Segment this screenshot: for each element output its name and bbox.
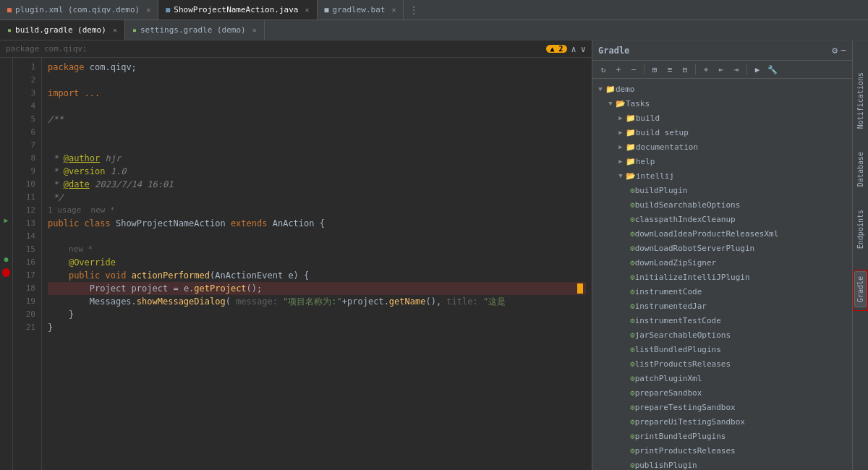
intellij-arrow[interactable]: ▼ (616, 172, 626, 179)
navigate-btn[interactable]: ⇥ (730, 63, 743, 76)
line-numbers: 1 2 3 4 5 6 7 8 9 10 11 12 13 14 15 16 1 (13, 58, 42, 470)
gutter-9 (0, 162, 12, 175)
task-icon-listProducts: ⚙ (630, 359, 635, 369)
tree-listProducts[interactable]: ⚙ listProductsReleases (592, 356, 852, 371)
tree-downLoadRobot[interactable]: ⚙ downLoadRobotServerPlugin (592, 241, 852, 255)
root-arrow[interactable]: ▼ (595, 85, 605, 93)
tree-instrumentedJar[interactable]: ⚙ instrumentedJar (592, 299, 852, 313)
search-gradle-btn[interactable]: ⌖ (699, 63, 712, 76)
sidebar-endpoints[interactable]: Endpoints (855, 207, 866, 252)
task-label-prepareSandbox: prepareSandbox (635, 388, 702, 398)
tree-instrumentCode[interactable]: ⚙ instrumentCode (592, 284, 852, 299)
task-label-publishPlugin: publishPlugin (635, 461, 697, 470)
line-num-4: 4 (16, 100, 35, 113)
tree-build-setup-group[interactable]: ▶ 📁 build setup (592, 125, 852, 140)
tab-close-build[interactable]: ✕ (113, 26, 117, 34)
tab-gradlew[interactable]: ■ gradlew.bat ✕ (318, 0, 404, 20)
tasks-arrow[interactable]: ▼ (605, 100, 616, 107)
sidebar-database[interactable]: Database (855, 149, 866, 189)
code-line-10: * @date 2023/7/14 16:01 (48, 178, 586, 191)
refresh-btn[interactable]: ↻ (597, 63, 610, 76)
tree-classpathIndexCleanup[interactable]: ⚙ classpathIndexCleanup (592, 212, 852, 226)
gradle-minimize-icon[interactable]: − (841, 45, 846, 56)
task-label-buildSearchable: buildSearchableOptions (635, 200, 741, 210)
tree-tasks-label: Tasks (626, 99, 650, 108)
package-label: package com.qiqv; (6, 44, 88, 54)
task-label-downLoadIdea: downLoadIdeaProductReleasesXml (635, 229, 779, 239)
chevron-up[interactable]: ∧ (571, 44, 576, 54)
code-line-5: /** (48, 113, 586, 126)
tree-publishPlugin[interactable]: ⚙ publishPlugin (592, 458, 852, 470)
debug-task-btn[interactable]: 🔧 (766, 63, 779, 76)
more-tabs-button[interactable]: ⋮ (404, 5, 424, 15)
add-btn[interactable]: + (612, 63, 625, 76)
tree-jarSearchable[interactable]: ⚙ jarSearchableOptions (592, 328, 852, 342)
collapse-all-btn[interactable]: ≡ (663, 63, 676, 76)
tree-root-demo[interactable]: ▼ 📁 demo (592, 82, 852, 96)
filter-btn[interactable]: ⇤ (715, 63, 728, 76)
editor-content[interactable]: ▶ ● 1 2 3 4 5 (0, 58, 592, 470)
tree-printBundled[interactable]: ⚙ printBundledPlugins (592, 429, 852, 443)
line-num-12: 12 (16, 204, 35, 217)
help-arrow[interactable]: ▶ (616, 158, 626, 165)
gutter-14 (0, 227, 12, 240)
task-icon-printProducts: ⚙ (630, 446, 635, 456)
tree-prepareSandbox[interactable]: ⚙ prepareSandbox (592, 385, 852, 400)
run-task-btn[interactable]: ▶ (751, 63, 764, 76)
tree-tasks-group[interactable]: ▼ 📂 Tasks (592, 96, 852, 111)
tab-settings-gradle[interactable]: ▪ settings.gradle (demo) ✕ (125, 20, 265, 40)
tree-prepareUiSandbox[interactable]: ⚙ prepareUiTestingSandbox (592, 414, 852, 429)
tree-build-group[interactable]: ▶ 📁 build (592, 111, 852, 125)
line-num-20: 20 (16, 308, 35, 321)
tree-listBundled[interactable]: ⚙ listBundledPlugins (592, 342, 852, 356)
tree-downLoadZip[interactable]: ⚙ downLoadZipSigner (592, 255, 852, 270)
tree-buildPlugin[interactable]: ⚙ buildPlugin (592, 183, 852, 197)
gradle-settings-icon[interactable]: ⚙ (832, 45, 838, 56)
tree-buildSearchableOptions[interactable]: ⚙ buildSearchableOptions (592, 197, 852, 212)
expand-all-btn[interactable]: ⊞ (648, 63, 661, 76)
line-num-13: 13 (16, 217, 35, 230)
chevron-down[interactable]: ∨ (581, 44, 586, 54)
code-line-8: * @author hjr (48, 152, 586, 165)
breakpoint-icon[interactable] (2, 268, 10, 277)
tree-downLoadIdea[interactable]: ⚙ downLoadIdeaProductReleasesXml (592, 226, 852, 241)
tab-build-gradle[interactable]: ▪ build.gradle (demo) ✕ (0, 20, 125, 40)
documentation-arrow[interactable]: ▶ (616, 143, 626, 150)
sidebar-gradle[interactable]: Gradle (854, 271, 867, 307)
task-icon-prepareTestSandbox: ⚙ (630, 403, 635, 412)
tab-close-action[interactable]: ✕ (305, 6, 309, 14)
remove-btn[interactable]: − (627, 63, 640, 76)
gutter-13: ▶ (0, 214, 12, 227)
tree-help-label: help (636, 157, 655, 166)
xml-icon: ■ (7, 6, 12, 14)
code-editor[interactable]: package com.qiqv; import ... /** * @auth… (42, 58, 592, 470)
separator-1 (644, 64, 644, 74)
line-num-14: 14 (16, 230, 35, 243)
build-folder-icon: 📁 (626, 114, 636, 123)
code-line-13: public class ShowProjectNameAction exten… (48, 217, 586, 230)
code-line-18: Messages.showMessageDialog( message: "项目… (48, 295, 586, 308)
tree-printProducts[interactable]: ⚙ printProductsReleases (592, 443, 852, 458)
tree-prepareTestSandbox[interactable]: ⚙ prepareTestingSandbox (592, 400, 852, 414)
tree-patchPlugin[interactable]: ⚙ patchPluginXml (592, 371, 852, 385)
tree-initializeIntelliJ[interactable]: ⚙ initializeIntelliJPlugin (592, 270, 852, 284)
gradle-header-actions: ⚙ − (832, 45, 846, 56)
tab-close-settings[interactable]: ✕ (252, 26, 257, 34)
build-arrow[interactable]: ▶ (616, 114, 626, 121)
task-icon-downLoadZip: ⚙ (630, 258, 635, 268)
gutter-7 (0, 136, 12, 149)
build-setup-arrow[interactable]: ▶ (616, 129, 626, 136)
tab-close-plugin[interactable]: ✕ (146, 6, 150, 14)
line-num-16: 16 (16, 256, 35, 269)
tree-help-group[interactable]: ▶ 📁 help (592, 154, 852, 168)
group-btn[interactable]: ⊟ (678, 63, 692, 76)
tab-show-action[interactable]: ■ ShowProjectNameAction.java ✕ (158, 0, 317, 20)
tree-documentation-label: documentation (636, 142, 698, 152)
code-line-14 (48, 230, 586, 243)
tree-intellij-group[interactable]: ▼ 📂 intellij (592, 168, 852, 183)
tab-close-gradlew[interactable]: ✕ (391, 6, 396, 14)
tab-plugin-xml[interactable]: ■ plugin.xml (com.qiqv.demo) ✕ (0, 0, 158, 20)
tree-instrumentTestCode[interactable]: ⚙ instrumentTestCode (592, 313, 852, 328)
tree-documentation-group[interactable]: ▶ 📁 documentation (592, 140, 852, 154)
sidebar-notifications[interactable]: Notifications (855, 69, 866, 132)
